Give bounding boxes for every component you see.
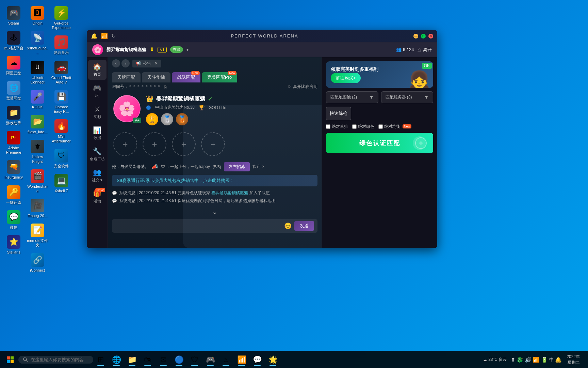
desktop-icon-insurgency[interactable]: 🔫 Insurgency xyxy=(2,157,26,182)
map-pool-selector[interactable]: 匹配地图池 (2) ▼ xyxy=(326,91,378,103)
desktop-icon-hollow[interactable]: 🗡 Hollow Knight xyxy=(26,137,49,166)
next-arrow[interactable]: › xyxy=(121,59,130,67)
tray-network[interactable]: 📶 xyxy=(533,356,540,363)
desktop-icon-ontrack[interactable]: 💾 Ontrack Easy R... xyxy=(49,87,73,117)
emoji-button[interactable]: 😊 xyxy=(284,222,292,230)
taskbar-search-input[interactable] xyxy=(31,357,85,362)
tray-battery[interactable]: 🔋 xyxy=(541,356,548,363)
green-checkbox[interactable]: 绝对绿色 xyxy=(352,124,374,129)
green-checkbox-input[interactable] xyxy=(352,124,357,129)
tray-volume[interactable]: 🔊 xyxy=(525,356,532,363)
notification-icon[interactable]: 🔔 xyxy=(91,33,98,39)
desktop-icon-stellaris[interactable]: ⭐ Stellaris xyxy=(2,232,26,257)
sidebar-item-activity[interactable]: NEW 🎁 活动 xyxy=(88,187,107,206)
taskbar-app-vpn[interactable]: 🛡 xyxy=(188,353,201,367)
desktop-icon-gta[interactable]: 🚗 Grand Theft Auto V xyxy=(49,58,73,87)
tab-perfect[interactable]: New 完美匹配Pro xyxy=(202,72,237,82)
sidebar-item-match[interactable]: ⚔ 竞彩 xyxy=(88,102,107,122)
refresh-icon[interactable]: ↻ xyxy=(111,33,116,39)
follow-button[interactable]: 欢迎 > xyxy=(252,164,264,170)
desktop-icon-xshell[interactable]: 💻 Xshell 7 xyxy=(49,171,73,196)
minimize-button[interactable]: — xyxy=(413,34,418,39)
taskbar-app-steam[interactable]: ♨ xyxy=(219,353,233,367)
taskbar-app-chat[interactable]: 💬 xyxy=(250,353,264,367)
balance-checkbox[interactable]: 绝对均衡 New xyxy=(378,124,411,129)
sidebar-item-play[interactable]: 🎮 玩 xyxy=(88,81,107,101)
weather-widget[interactable]: ☁ 23°C 多云 xyxy=(481,357,509,363)
taskbar-app-pwa[interactable]: 🌟 xyxy=(266,353,280,367)
tray-notification[interactable]: 🔔 xyxy=(555,356,562,363)
recruit-broadcast-icon: 📣 xyxy=(151,164,158,170)
desktop-icon-kook[interactable]: 🎤 KOOK xyxy=(26,87,49,112)
solo-checkbox[interactable]: 绝对单排 xyxy=(326,124,348,129)
taskbar-app-game[interactable]: 🎮 xyxy=(203,353,217,367)
prev-arrow[interactable]: ‹ xyxy=(112,59,120,67)
desktop-icon-ffmpeg[interactable]: 🎥 ffmpeg 20... xyxy=(26,196,49,221)
server-selector[interactable]: 匹配服务器 (3) ▼ xyxy=(381,91,434,103)
taskbar-app-mail[interactable]: ✉ xyxy=(157,353,170,367)
taskbar-app-taskview[interactable]: ⊞ xyxy=(94,353,108,367)
desktop-icon-iconnect[interactable]: 🔗 iConnect xyxy=(26,250,49,275)
map-pool-dropdown-arrow: ▼ xyxy=(369,94,374,100)
desktop-icon-b5[interactable]: 🕹 B5对战平台 xyxy=(2,28,26,53)
desktop-icon-ali[interactable]: ☁ 阿里云盘 xyxy=(2,53,26,78)
tab-tianzhan[interactable]: 天斗华擂 xyxy=(142,72,170,82)
start-button[interactable] xyxy=(3,352,18,367)
room-copy-icon[interactable]: ⎘ xyxy=(164,84,166,90)
taskbar-app-store[interactable]: 🛍 xyxy=(141,353,154,367)
desktop-icon-wechat[interactable]: 💬 微信 xyxy=(2,208,26,232)
desktop-icon-filexx[interactable]: 📂 filexx_late... xyxy=(26,112,49,137)
desktop-icon-ubisoft[interactable]: Ü Ubisoft Connect xyxy=(26,58,49,87)
desktop-icon-adobe[interactable]: Pr Adobe Premiere xyxy=(2,128,26,157)
desktop-icon-msi[interactable]: 🔥 MSI Afterburner xyxy=(49,117,73,146)
desktop-icon-steam[interactable]: 🎮 Steam xyxy=(2,3,26,28)
sidebar-item-data[interactable]: 📊 数据 xyxy=(88,123,107,143)
expand-icon[interactable]: ⌄ xyxy=(212,208,218,216)
announce-close[interactable]: ✕ xyxy=(154,61,158,66)
team-slot-4[interactable]: ＋ xyxy=(201,132,225,156)
status-dropdown[interactable]: ▾ xyxy=(186,47,189,52)
desktop-icon-onekey[interactable]: 🔑 一键还原 xyxy=(2,183,26,208)
sidebar-item-social[interactable]: 👥 社交 ▾ xyxy=(88,166,107,185)
promo-card-button[interactable]: 前往购买> xyxy=(331,73,361,83)
quick-match-button[interactable]: 快速练枪 xyxy=(326,107,351,120)
clock-widget[interactable]: 2022年 星期二 xyxy=(564,354,583,366)
desktop-icon-yx[interactable]: 📁 游戏助手 xyxy=(2,103,26,128)
desktop-icon-wondershare[interactable]: 🎬 Wondershare xyxy=(26,167,49,196)
desktop-icon-wyy[interactable]: 🎵 易云音乐 xyxy=(49,33,73,58)
promo-banner[interactable]: S9赛季通行证/季卡会员大礼包火热销售中，点击此处购买！ xyxy=(112,175,317,186)
away-button[interactable]: △ 离开 xyxy=(417,47,432,53)
tray-ime[interactable]: 中 xyxy=(549,357,554,363)
recruit-button[interactable]: 发布招募 xyxy=(224,162,250,171)
open-room-button[interactable]: ▷ 离开比赛房间 xyxy=(288,84,317,90)
team-slot-2[interactable]: ＋ xyxy=(143,132,166,156)
balance-checkbox-input[interactable] xyxy=(378,124,383,129)
desktop-icon-xsplit[interactable]: 📡 xsnetLaunc... xyxy=(26,28,49,58)
maximize-button[interactable]: □ xyxy=(421,34,426,39)
desktop-icon-security[interactable]: 🛡 安全软件 xyxy=(49,146,73,171)
solo-checkbox-input[interactable] xyxy=(326,124,330,129)
match-row-2: 快速练枪 xyxy=(326,107,433,120)
green-match-button[interactable]: 绿色认证匹配 xyxy=(326,133,433,153)
taskbar-app-edge[interactable]: 🌐 xyxy=(110,353,123,367)
desktop-icon-geforce[interactable]: ⚡ GeForce Experience xyxy=(49,3,73,33)
team-slot-1[interactable]: ＋ xyxy=(113,132,137,156)
team-slot-3[interactable]: ＋ xyxy=(172,132,196,156)
close-button[interactable]: ✕ xyxy=(428,34,433,39)
tray-game1[interactable]: 🐉 xyxy=(517,356,523,363)
send-button[interactable]: 发送 xyxy=(294,221,314,231)
desktop-icon-net[interactable]: 🌐 宽带网盘 xyxy=(2,78,26,103)
sidebar-item-create[interactable]: 🔧 创造工坊 xyxy=(88,144,107,164)
tab-battle[interactable]: New 战队匹配 xyxy=(172,72,200,82)
tab-tianpai[interactable]: 天牌匹配 xyxy=(112,72,141,82)
taskbar-app-explorer[interactable]: 📁 xyxy=(125,353,139,367)
taskbar-app-wifi[interactable]: 📶 xyxy=(235,353,248,367)
taskbar-app-browser[interactable]: 🔵 xyxy=(172,353,186,367)
desktop-icon-memo[interactable]: 📝 memote文件夹 xyxy=(26,221,49,250)
sidebar-item-home[interactable]: 🏠 首页 xyxy=(88,60,107,80)
chat-input-field[interactable] xyxy=(115,224,281,229)
announcement-banner[interactable]: 📢 公告 ✕ xyxy=(132,60,161,67)
tray-up-arrow[interactable]: ⬆ xyxy=(511,356,515,363)
taskbar-search[interactable] xyxy=(18,356,93,364)
desktop-icon-origin[interactable]: 🅾 Origin xyxy=(26,3,49,28)
